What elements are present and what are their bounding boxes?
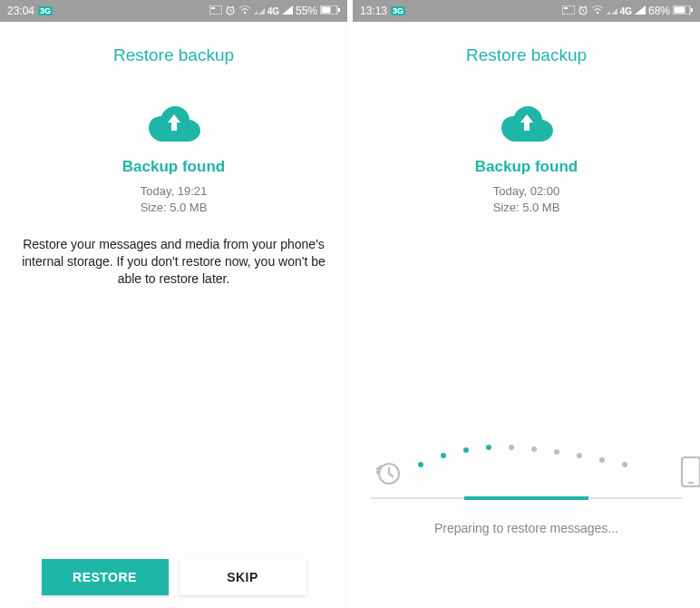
backup-time: Today, 19:21	[0, 183, 347, 200]
button-row: RESTORE SKIP	[0, 559, 347, 595]
status-time: 13:13	[360, 5, 387, 17]
signal-icon-2	[282, 5, 293, 17]
wifi-icon	[591, 5, 604, 17]
backup-heading: Backup found	[0, 158, 347, 176]
screen-left: 23:04 3G 4G 55% Restore	[0, 0, 347, 608]
restore-description: Restore your messages and media from you…	[22, 236, 326, 288]
alarm-icon	[578, 5, 588, 18]
cloud-icon	[353, 102, 700, 142]
svg-point-18	[509, 445, 514, 450]
backup-size: Size: 5.0 MB	[353, 200, 700, 216]
svg-rect-1	[211, 7, 215, 9]
status-badge: 3G	[391, 6, 405, 15]
backup-heading: Backup found	[353, 158, 700, 176]
svg-point-15	[441, 453, 446, 458]
status-bar: 13:13 3G 4G 68%	[353, 0, 700, 22]
status-time: 23:04	[7, 5, 34, 17]
page-title: Restore backup	[0, 45, 347, 65]
screen-right: 13:13 3G 4G 68% Restore	[353, 0, 700, 608]
backup-time: Today, 02:00	[353, 183, 700, 200]
status-message: Preparing to restore messages...	[371, 521, 682, 535]
battery-icon	[320, 5, 340, 17]
progress-fill	[464, 496, 588, 500]
svg-point-14	[418, 462, 423, 467]
svg-point-10	[596, 12, 598, 14]
status-badge: 3G	[38, 6, 53, 15]
status-bar: 23:04 3G 4G 55%	[0, 0, 347, 22]
backup-size: Size: 5.0 MB	[0, 200, 347, 216]
svg-rect-6	[338, 8, 340, 12]
svg-rect-7	[562, 5, 575, 15]
svg-rect-12	[675, 7, 685, 14]
transfer-arc	[371, 439, 679, 494]
wifi-icon	[238, 5, 251, 17]
battery-pct: 68%	[648, 5, 670, 17]
backup-meta: Today, 19:21 Size: 5.0 MB	[0, 183, 347, 216]
svg-point-23	[622, 462, 627, 467]
card-icon	[562, 5, 575, 17]
svg-rect-0	[209, 5, 222, 15]
restore-button[interactable]: RESTORE	[42, 559, 169, 595]
svg-point-16	[463, 447, 469, 453]
skip-button[interactable]: SKIP	[180, 559, 306, 595]
signal-icon	[254, 5, 265, 17]
svg-point-21	[577, 453, 582, 458]
alarm-icon	[225, 5, 236, 18]
battery-icon	[673, 5, 693, 17]
progress-bar	[371, 497, 682, 499]
network-label: 4G	[267, 6, 279, 16]
page-title: Restore backup	[353, 45, 700, 65]
svg-rect-5	[322, 7, 331, 14]
backup-meta: Today, 02:00 Size: 5.0 MB	[353, 183, 700, 216]
svg-point-3	[243, 12, 245, 14]
signal-icon	[607, 5, 617, 17]
svg-point-20	[554, 449, 559, 455]
card-icon	[209, 5, 222, 17]
svg-rect-13	[691, 8, 693, 12]
signal-icon-2	[635, 5, 646, 17]
restore-animation: Preparing to restore messages...	[371, 439, 682, 535]
cloud-icon	[0, 102, 347, 142]
battery-pct: 55%	[296, 5, 317, 17]
svg-rect-26	[688, 482, 694, 484]
svg-point-17	[486, 445, 491, 450]
svg-point-22	[599, 457, 605, 463]
svg-point-19	[531, 446, 537, 452]
network-label: 4G	[620, 6, 632, 16]
svg-rect-8	[564, 7, 568, 9]
